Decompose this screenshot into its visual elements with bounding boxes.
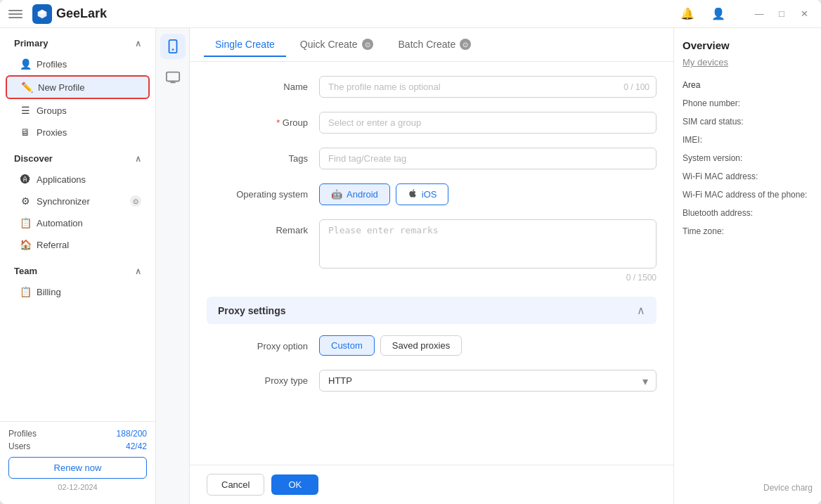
applications-icon: 🅐 [20,174,31,185]
sidebar-item-synchronizer[interactable]: ⚙ Synchronizer ⊙ [6,190,150,212]
android-icon: 🤖 [331,189,342,200]
automation-icon: 📋 [20,217,31,228]
sidebar-stats: Profiles 188/200 Users 42/42 [8,429,147,451]
sidebar-toggle-button[interactable] [8,7,22,21]
remark-textarea[interactable] [319,219,657,269]
main-area: Primary ∧ 👤 Profiles ✏️ New Profile ☰ Gr… [0,28,821,504]
overview-system: System version: [683,152,813,164]
tags-row: Tags [207,148,657,169]
sidebar: Primary ∧ 👤 Profiles ✏️ New Profile ☰ Gr… [0,28,156,504]
group-label: Group [207,112,319,128]
sidebar-item-referral[interactable]: 🏠 Referral [6,234,150,255]
sidebar-bottom: Profiles 188/200 Users 42/42 Renew now 0… [0,421,155,498]
remark-control: 0 / 1500 [319,219,657,283]
tab-single-create[interactable]: Single Create [204,33,286,57]
proxy-settings-title: Proxy settings [218,305,285,316]
sidebar-item-billing[interactable]: 📋 Billing [6,281,150,302]
renew-button[interactable]: Renew now [8,457,147,479]
discover-section-label[interactable]: Discover ∧ [6,149,150,168]
team-section-label[interactable]: Team ∧ [6,261,150,280]
overview-sim: SIM card status: [683,115,813,128]
user-button[interactable]: 👤 [709,4,728,24]
minimize-button[interactable]: — [751,6,768,22]
titlebar-right: 🔔 👤 — □ ✕ [678,4,813,24]
sidebar-item-applications[interactable]: 🅐 Applications [6,169,150,190]
primary-section: Primary ∧ 👤 Profiles ✏️ New Profile ☰ Gr… [0,34,155,143]
groups-icon: ☰ [20,105,31,116]
proxy-type-row: Proxy type HTTP HTTPS SOCKS5 [207,370,657,392]
tab-quick-create[interactable]: Quick Create ⊙ [289,33,384,57]
name-input[interactable] [319,76,657,98]
users-stat-value: 42/42 [126,441,147,451]
proxy-collapse-icon[interactable]: ∧ [637,304,645,317]
new-profile-icon: ✏️ [21,82,32,93]
name-label: Name [207,76,319,92]
profiles-stat: Profiles 188/200 [8,429,147,439]
form-area: Name 0 / 100 Group [190,62,673,465]
mobile-nav-icon[interactable] [160,34,186,59]
proxy-settings-section: Proxy settings ∧ Proxy option Custom Sav… [207,297,657,392]
group-input[interactable] [319,112,657,134]
logo: GeeLark [32,4,107,24]
remark-label: Remark [207,219,319,235]
team-chevron-icon: ∧ [135,266,141,276]
tags-input[interactable] [319,148,657,169]
remark-char-count: 0 / 1500 [319,273,657,283]
remark-row: Remark 0 / 1500 [207,219,657,283]
sidebar-item-new-profile[interactable]: ✏️ New Profile [6,75,150,99]
android-button[interactable]: 🤖 Android [319,183,390,205]
primary-chevron-icon: ∧ [135,39,141,49]
tags-label: Tags [207,148,319,164]
primary-section-label[interactable]: Primary ∧ [6,34,150,53]
cancel-button[interactable]: Cancel [207,474,264,496]
proxy-type-select[interactable]: HTTP HTTPS SOCKS5 [319,370,657,392]
ok-button[interactable]: OK [271,474,318,495]
os-control: 🤖 Android iOS [319,183,657,205]
titlebar: GeeLark 🔔 👤 — □ ✕ [0,0,821,28]
app-window: GeeLark 🔔 👤 — □ ✕ Primary ∧ 👤 P [0,0,821,504]
maximize-button[interactable]: □ [773,6,790,22]
referral-icon: 🏠 [20,239,31,250]
my-devices-link[interactable]: My devices [683,57,813,67]
svg-rect-0 [169,40,176,53]
overview-fields: Area Phone number: SIM card status: IMEI… [683,79,813,243]
app-title: GeeLark [56,6,107,21]
renewal-date: 02-12-2024 [8,483,147,491]
right-panel: Overview My devices Area Phone number: S… [673,28,821,504]
quick-create-badge: ⊙ [362,39,373,50]
notification-button[interactable]: 🔔 [678,4,697,24]
close-button[interactable]: ✕ [796,6,813,22]
saved-proxies-button[interactable]: Saved proxies [380,335,462,356]
name-row: Name 0 / 100 [207,76,657,98]
sidebar-item-profiles[interactable]: 👤 Profiles [6,53,150,75]
device-charge: Device charg [683,483,813,493]
users-stat: Users 42/42 [8,441,147,451]
overview-area: Area [683,79,813,91]
overview-imei: IMEI: [683,134,813,146]
svg-rect-2 [166,72,179,82]
desktop-nav-icon[interactable] [160,65,186,90]
proxy-settings-header: Proxy settings ∧ [207,297,657,324]
tags-control [319,148,657,169]
synchronizer-badge: ⊙ [130,195,141,207]
synchronizer-icon: ⚙ [20,195,31,207]
os-label: Operating system [207,183,319,200]
team-section: Team ∧ 📋 Billing [0,261,155,303]
discover-section: Discover ∧ 🅐 Applications ⚙ Synchronizer… [0,149,155,256]
proxy-type-control: HTTP HTTPS SOCKS5 [319,370,657,392]
sidebar-item-automation[interactable]: 📋 Automation [6,212,150,233]
sidebar-item-groups[interactable]: ☰ Groups [6,100,150,121]
overview-wifi-mac: Wi-Fi MAC address: [683,170,813,183]
overview-timezone: Time zone: [683,225,813,238]
custom-proxy-button[interactable]: Custom [319,335,375,356]
profiles-icon: 👤 [20,58,31,70]
sidebar-item-proxies[interactable]: 🖥 Proxies [6,122,150,143]
proxy-type-label: Proxy type [207,370,319,386]
ios-button[interactable]: iOS [396,183,449,205]
overview-wifi-mac-phone: Wi-Fi MAC address of the phone: [683,188,813,201]
group-row: Group [207,112,657,134]
tab-batch-create[interactable]: Batch Create ⊙ [387,33,483,57]
proxy-option-row: Proxy option Custom Saved proxies [207,335,657,356]
titlebar-left: GeeLark [8,4,107,24]
overview-title: Overview [683,39,813,51]
